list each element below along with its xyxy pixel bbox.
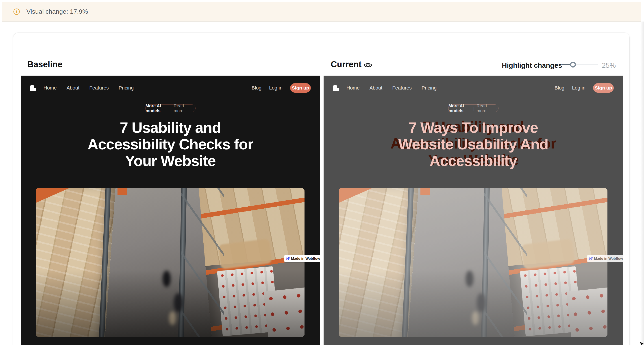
announcement-pill: More AI models | Read more → — [448, 104, 498, 112]
site-logo-icon — [333, 85, 340, 91]
slider-thumb[interactable] — [570, 62, 576, 68]
diff-added-heading: 7 Ways To Improve Website Usability And … — [324, 119, 623, 169]
nav-link-about: About — [66, 85, 80, 91]
nav-link-home: Home — [44, 85, 57, 91]
eye-icon[interactable] — [364, 62, 372, 69]
visual-change-text: Visual change: 17.9% — [26, 8, 88, 15]
diff-viewer-page: i Visual change: 17.9% Baseline Current … — [0, 0, 644, 345]
current-screenshot: Home About Features Pricing Blog Log in … — [324, 76, 623, 345]
warehouse-hero-image — [36, 188, 304, 337]
nav-link-features: Features — [392, 85, 412, 91]
nav-link-blog: Blog — [252, 85, 262, 91]
announcement-pill: More AI models | Read more → — [145, 104, 196, 112]
announcement-divider: | — [473, 106, 474, 111]
nav-link-home: Home — [346, 85, 360, 91]
webflow-logo-icon: W — [589, 256, 593, 261]
highlight-changes-label: Highlight changes — [502, 62, 562, 70]
nav-link-login: Log in — [269, 85, 282, 91]
warehouse-hero-image — [339, 188, 608, 337]
site-logo-icon — [30, 85, 37, 91]
current-title: Current — [331, 60, 362, 69]
nav-link-features: Features — [89, 85, 109, 91]
arrow-right-icon: → — [191, 106, 195, 111]
site-navbar: Home About Features Pricing Blog Log in … — [21, 80, 320, 96]
nav-link-pricing: Pricing — [422, 85, 436, 91]
nav-link-about: About — [370, 85, 382, 91]
photo-vignette — [36, 188, 304, 337]
baseline-hero-heading: 7 Usability and Accessibility Checks for… — [21, 119, 320, 169]
site-navbar: Home About Features Pricing Blog Log in … — [324, 80, 623, 96]
webflow-logo-icon: W — [286, 256, 290, 261]
scrollbar-gutter[interactable] — [640, 22, 644, 345]
announcement-divider: | — [170, 106, 172, 111]
baseline-title: Baseline — [27, 60, 62, 69]
info-icon: i — [14, 9, 20, 15]
highlight-opacity-slider[interactable] — [562, 61, 598, 68]
signup-button: Sign up — [290, 83, 311, 93]
highlight-value: 25% — [602, 62, 616, 70]
made-in-webflow-text: Made in Webflow — [291, 257, 320, 261]
made-in-webflow-badge: W Made in Webflow — [284, 255, 320, 262]
announcement-badge-text: More AI models — [146, 103, 168, 113]
made-in-webflow-badge: W Made in Webflow — [587, 255, 623, 262]
visual-change-banner: i Visual change: 17.9% — [2, 2, 641, 22]
nav-link-login: Log in — [572, 85, 586, 91]
nav-link-blog: Blog — [554, 85, 564, 91]
made-in-webflow-text: Made in Webflow — [594, 257, 623, 261]
arrow-right-icon: → — [494, 106, 498, 111]
signup-button: Sign up — [593, 83, 614, 93]
read-more-link: Read more — [174, 103, 189, 113]
baseline-screenshot: Home About Features Pricing Blog Log in … — [21, 76, 320, 345]
announcement-badge-text: More AI models — [448, 103, 471, 113]
highlight-wash-overlay — [339, 188, 608, 337]
read-more-link: Read more — [477, 103, 492, 113]
nav-link-pricing: Pricing — [118, 85, 134, 91]
